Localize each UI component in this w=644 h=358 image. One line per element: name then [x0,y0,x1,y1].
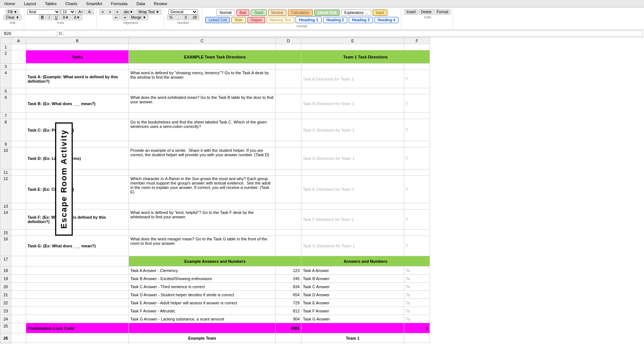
style-input[interactable]: Input [373,10,387,16]
cell-e6-team1-b[interactable]: Task B Directions for Team 1 [301,94,404,113]
style-heading4[interactable]: Heading 4 [375,17,399,23]
cell-e8-team1-c[interactable]: Task C Directions for Team 1 [301,119,404,141]
cell-b10-task-d[interactable]: Task D: (Ex: Literary Terms) [26,147,129,169]
style-good[interactable]: Good [251,10,266,16]
cell-d23[interactable]: 812 [276,307,301,315]
delete-button[interactable]: Delete [419,9,434,15]
indent-right-button[interactable]: ⇥ [121,15,128,20]
cell-c6-direction-b[interactable]: What does the word exhilirated mean? Go … [129,94,276,113]
col-header-f[interactable]: F [404,38,430,44]
style-heading2[interactable]: Heading 2 [323,17,347,23]
cell-c4-direction-a[interactable]: What word is defined by "showing mercy, … [129,70,276,88]
cell-c18[interactable]: Task A Answer - Clemency [129,266,276,275]
style-bad[interactable]: Bad [236,10,250,16]
col-header-c[interactable]: C [129,38,276,44]
align-center-button[interactable]: ≡ [107,9,113,15]
cell-b1[interactable] [26,44,129,50]
col-header-a[interactable]: A [11,38,26,44]
cell-d1[interactable] [276,44,301,50]
cell-c10-direction-d[interactable]: Provide an example of a simile. Share it… [129,147,276,169]
cell-e19[interactable]: Task B Answer [301,275,404,283]
menu-tables[interactable]: Tables [43,1,58,7]
cell-e12-team1-e[interactable]: Task E Directions for Team 1 [301,176,404,203]
cell-e20[interactable]: Task C Answer [301,283,404,291]
cell-e25-combo-pink[interactable] [301,323,404,333]
menu-formulas[interactable]: Formulas [109,1,129,7]
menu-home[interactable]: Home [3,1,17,7]
decimal-add-button[interactable]: .0 [182,15,189,20]
cell-d20[interactable]: 834 [276,283,301,291]
comma-button[interactable]: , [176,15,181,20]
formula-input[interactable] [64,31,643,36]
cell-c23[interactable]: Task F Answer - Altruistic [129,307,276,315]
number-format-select[interactable]: General [169,9,198,15]
cell-e23[interactable]: Task F Answer [301,307,404,315]
style-explanatory[interactable]: Explanatory ... [341,10,371,16]
spreadsheet-container[interactable]: A B C D E F 1 2 Tasks [0,37,644,344]
cell-e1[interactable] [301,44,404,50]
cell-c21[interactable]: Task D Answer - Student helper decides i… [129,291,276,299]
highlight-button[interactable]: A▼ [61,15,71,20]
text-direction-button[interactable]: abc▼ [122,9,135,15]
menu-data[interactable]: Data [135,1,146,7]
font-size-select[interactable]: 10 [61,9,76,15]
cell-e21[interactable]: Task D Answer [301,291,404,299]
cell-b14-task-f[interactable]: Task F: (Ex: What word is defined by thi… [26,210,129,230]
cell-c22[interactable]: Task E Answer - Adult helper will assess… [129,299,276,307]
col-header-b[interactable]: B [26,38,129,44]
cell-c25-combo-pink[interactable] [129,323,276,333]
cell-c2-example-directions[interactable]: EXAMPLE Team Task Directions [129,50,301,64]
cell-c16-direction-g[interactable]: What does the word meager mean? Go to th… [129,236,276,256]
font-color-button[interactable]: A▼ [72,15,82,20]
col-header-e[interactable]: E [301,38,404,44]
cell-d22[interactable]: 729 [276,299,301,307]
cell-e14-team1-f[interactable]: Task F Directions for Team 1 [301,210,404,230]
cell-c12-direction-e[interactable]: Which character in A Raisin in the Sun g… [129,176,276,203]
percent-button[interactable]: % [167,15,175,20]
align-left-button[interactable]: ≡ [100,9,106,15]
cell-e22[interactable]: Task E Answer [301,299,404,307]
col-header-d[interactable]: D [276,38,301,44]
cell-f1[interactable] [404,44,430,50]
insert-button[interactable]: Insert [404,9,418,15]
style-normal[interactable]: Normal [216,10,235,16]
cell-c26-example-team[interactable]: Example Team [129,333,276,343]
cell-e26-team1[interactable]: Team 1 [301,333,404,343]
cell-d24[interactable]: 904 [276,315,301,323]
font-increase-button[interactable]: A+ [76,9,86,15]
cell-e16-team1-g[interactable]: Task G Directions for Team 1 [301,236,404,256]
style-heading1[interactable]: Heading 1 [296,17,322,23]
bold-button[interactable]: B [39,15,46,20]
cell-c8-direction-c[interactable]: Go to the bookshelves and find the sheet… [129,119,276,141]
style-neutral[interactable]: Neutral [268,10,286,16]
fill-button[interactable]: Fill ▼ [6,9,19,15]
cell-d21[interactable]: 654 [276,291,301,299]
cell-d25-combo-num[interactable]: 4301 [276,323,301,333]
cell-f25-combo-num[interactable]: 0 [404,323,430,333]
cell-b2-tasks[interactable]: Tasks [26,50,129,64]
cell-e17-team1-answers-header[interactable]: Answers and Numbers [301,256,430,266]
clear-button[interactable]: Clear ▼ [4,15,22,20]
menu-charts[interactable]: Charts [64,1,79,7]
style-heading3[interactable]: Heading 3 [349,17,373,23]
cell-reference-input[interactable] [1,31,57,36]
underline-button[interactable]: U [53,15,60,20]
menu-layout[interactable]: Layout [22,1,37,7]
cell-d18[interactable]: 123 [276,266,301,275]
cell-b16-task-g[interactable]: Task G: (Ex: What does ___ mean?) [26,236,129,256]
italic-button[interactable]: I [47,15,52,20]
cell-e2-team1-directions[interactable]: Team 1 Task Directions [301,50,430,64]
cell-e24[interactable]: Task G Answer [301,315,404,323]
cell-b25-combo-label[interactable]: Combination Lock Code: [26,323,129,333]
menu-review[interactable]: Review [152,1,169,7]
merge-button[interactable]: Merge ▼ [129,15,148,20]
menu-smartart[interactable]: SmartArt [85,1,104,7]
style-note[interactable]: Note [231,17,246,23]
cell-b8-task-c[interactable]: Task C: (Ex: Puctuation) [26,119,129,141]
style-warning[interactable]: Warning Text [267,17,294,23]
indent-left-button[interactable]: ⇤ [113,15,120,20]
cell-c1[interactable] [129,44,276,50]
cell-c14-direction-f[interactable]: What word is defined by "kind, helpful"?… [129,210,276,230]
style-linked-cell[interactable]: Linked Cell [205,17,230,23]
cell-b4-task-a[interactable]: Task A: (Example: What word is defined b… [26,70,129,88]
